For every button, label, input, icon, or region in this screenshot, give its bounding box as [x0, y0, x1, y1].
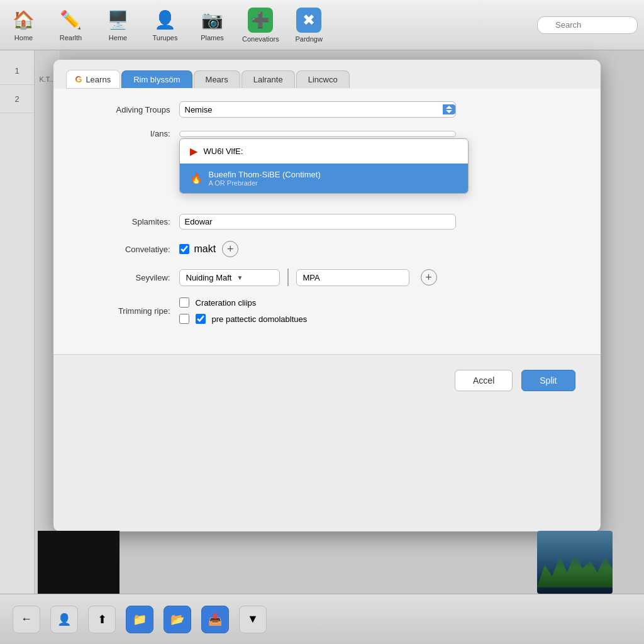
- splamites-label: Splamites:: [79, 217, 179, 226]
- select-arrows[interactable]: [443, 104, 455, 114]
- bottom-btn-user[interactable]: 👤: [50, 606, 78, 633]
- toolbar-conevatiors[interactable]: ➕ Conevatiors: [242, 8, 279, 43]
- dialog-backdrop: G Learns Rim blyssöm Mears Lalrante Linc…: [35, 50, 619, 644]
- trimming-options: Crateration cliips pre pattectic domolab…: [179, 297, 308, 324]
- seyvilew-text-input[interactable]: [296, 269, 409, 286]
- toolbar-heme[interactable]: 🖥️ Heme: [101, 9, 135, 42]
- tab-lalrante-label: Lalrante: [253, 75, 283, 84]
- bottom-btn-dropdown[interactable]: ▼: [239, 606, 267, 633]
- heme-icon: 🖥️: [107, 9, 130, 31]
- search-wrapper: 🔍: [537, 16, 638, 34]
- tab-rim-blyssom-label: Rim blyssöm: [133, 75, 180, 84]
- adiving-troups-row: Adiving Troups Nemise: [79, 101, 575, 118]
- adiving-troups-value: Nemise: [185, 105, 213, 114]
- form-section: Adiving Troups Nemise I/ans:: [53, 89, 601, 354]
- tab-lincwco-label: Lincwco: [308, 75, 338, 84]
- tab-learns-label: Learns: [86, 75, 111, 84]
- trimming-ripe-label: Trimming ripe:: [79, 306, 179, 316]
- pre-pattectic-checkbox[interactable]: [196, 314, 206, 324]
- convelatiye-add-button[interactable]: +: [222, 241, 238, 257]
- convelatiye-value: makt: [194, 243, 216, 255]
- seyvilew-dropdown-value: Nuiding Maft: [186, 273, 232, 282]
- search-input[interactable]: [537, 16, 638, 34]
- toolbar-turupes[interactable]: 👤 Turupes: [148, 9, 182, 42]
- toolbar-home-label: Home: [14, 34, 33, 42]
- toolbar-rearlth[interactable]: ✏️ Rearlth: [53, 9, 88, 42]
- toolbar-conevatiors-label: Conevatiors: [242, 35, 279, 43]
- toolbar-turupes-label: Turupes: [153, 34, 178, 42]
- tab-mears[interactable]: Mears: [194, 70, 240, 88]
- dropdown-item-bueefin-content: Bueefin Thom-SiBE (Contimet) A OR Prebra…: [209, 170, 321, 187]
- convelatiye-row: Convelatiye: makt +: [79, 241, 575, 257]
- black-square-preview: [38, 531, 119, 594]
- arrow-down-icon: [446, 110, 452, 113]
- tab-lalrante[interactable]: Lalrante: [242, 70, 295, 88]
- dropdown-item-wuol[interactable]: ▶ WU6l VlfE:: [180, 139, 468, 164]
- seyvilew-divider: [287, 269, 289, 286]
- toolbar-pardngw[interactable]: ✖ Pardngw: [292, 8, 326, 43]
- accel-button[interactable]: Accel: [455, 370, 513, 391]
- toolbar-rearlth-label: Rearlth: [60, 34, 82, 42]
- seyvilew-dropdown[interactable]: Nuiding Maft ▼: [179, 269, 280, 286]
- sidebar-item-2[interactable]: 2: [0, 85, 34, 113]
- bottom-btn-folder2[interactable]: 📂: [164, 606, 191, 633]
- adiving-troups-select[interactable]: Nemise: [179, 101, 456, 118]
- plames-icon: 📷: [201, 9, 224, 31]
- trimming-opt-pre-pattectic: pre pattectic domolabltues: [179, 314, 308, 324]
- seyvilew-add-button[interactable]: +: [421, 269, 437, 286]
- bottom-btn-back[interactable]: ←: [13, 606, 40, 633]
- splamites-select[interactable]: Edowar: [179, 214, 456, 230]
- toolbar-heme-label: Heme: [109, 34, 127, 42]
- tab-rim-blyssom[interactable]: Rim blyssöm: [121, 70, 192, 88]
- bottom-btn-folder1[interactable]: 📁: [126, 606, 153, 633]
- toolbar: 🏠 Home ✏️ Rearlth 🖥️ Heme 👤 Turupes 📷 Pl…: [0, 0, 644, 50]
- conevatiors-icon: ➕: [248, 8, 273, 33]
- crateration-checkbox[interactable]: [179, 297, 189, 308]
- thumbnail-trees: [537, 550, 613, 587]
- tab-mears-label: Mears: [206, 75, 228, 84]
- toolbar-home[interactable]: 🏠 Home: [6, 9, 41, 42]
- google-logo: G: [75, 74, 82, 84]
- trimming-opt-crateration: Crateration cliips: [179, 297, 308, 308]
- split-button[interactable]: Split: [521, 370, 575, 391]
- tabs-bar: G Learns Rim blyssöm Mears Lalrante Linc…: [53, 60, 601, 89]
- play-icon: ▶: [190, 145, 197, 157]
- adiving-troups-label: Adiving Troups: [79, 105, 179, 114]
- toolbar-pardngw-label: Pardngw: [295, 35, 322, 43]
- bottom-bar: ← 👤 ⬆ 📁 📂 📥 ▼: [0, 594, 644, 644]
- bottom-btn-download[interactable]: 📥: [201, 606, 229, 633]
- dropdown-item-wuol-text: WU6l VlfE:: [204, 147, 243, 156]
- turupes-icon: 👤: [154, 9, 177, 31]
- dialog-footer: Accel Split: [53, 354, 601, 406]
- dropdown-arrow-icon: ▼: [236, 274, 243, 281]
- trimming-ripe-row: Trimming ripe: Crateration cliips pre pa…: [79, 297, 575, 324]
- pre-pattectic-outer-checkbox[interactable]: [179, 314, 189, 324]
- sidebar-item-1[interactable]: 1: [0, 57, 34, 85]
- vans-dropdown-wrapper: ▶ WU6l VlfE: 🔥 Bueefin Thom-SiBE (Contim…: [179, 131, 456, 137]
- dropdown-item-bueefin[interactable]: 🔥 Bueefin Thom-SiBE (Contimet) A OR Preb…: [180, 164, 468, 193]
- bottom-btn-upload[interactable]: ⬆: [88, 606, 116, 633]
- arrow-up-icon: [446, 106, 452, 109]
- sidebar-left: 1 2: [0, 50, 35, 644]
- dropdown-item-bueefin-text: Bueefin Thom-SiBE (Contimet): [209, 170, 321, 179]
- tab-lincwco[interactable]: Lincwco: [296, 70, 350, 88]
- thumbnail-image: [537, 531, 613, 594]
- vans-select[interactable]: [179, 131, 456, 137]
- sidebar-label-1: 1: [14, 66, 19, 75]
- crateration-label: Crateration cliips: [196, 298, 257, 308]
- vans-label: I/ans:: [79, 129, 179, 138]
- pardngw-icon: ✖: [296, 8, 321, 33]
- seyvilew-label: Seyvilew:: [79, 273, 179, 282]
- dropdown-menu: ▶ WU6l VlfE: 🔥 Bueefin Thom-SiBE (Contim…: [179, 138, 469, 194]
- seyvilew-controls: Nuiding Maft ▼ +: [179, 269, 437, 286]
- splamites-row: Splamites: Edowar: [79, 214, 575, 230]
- rearlth-icon: ✏️: [60, 9, 82, 31]
- convelatiye-checkbox-row: makt: [179, 243, 216, 255]
- tab-learns[interactable]: G Learns: [66, 70, 121, 89]
- seyvilew-row: Seyvilew: Nuiding Maft ▼ +: [79, 269, 575, 286]
- toolbar-plames[interactable]: 📷 Plames: [195, 9, 230, 42]
- vans-row: I/ans: ▶ WU6l VlfE: 🔥: [79, 129, 575, 138]
- sidebar-label-2: 2: [14, 94, 19, 104]
- pre-pattectic-label: pre pattectic domolabltues: [212, 314, 308, 324]
- convelatiye-checkbox[interactable]: [179, 244, 189, 254]
